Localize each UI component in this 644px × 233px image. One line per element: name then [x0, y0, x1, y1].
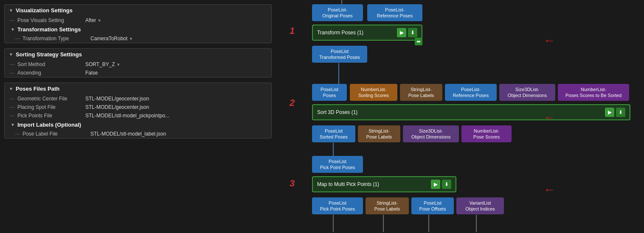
poses-files-header[interactable]: ▼ Poses Files Path	[5, 83, 271, 94]
ascending-row: Ascending False	[5, 69, 271, 77]
numberlist-pose-scores-node[interactable]: NumberList-Pose Scores	[461, 125, 512, 142]
pick-points-label: Pick Points File	[17, 113, 85, 119]
pose-visuals-value[interactable]: After ▼	[85, 17, 101, 23]
poses-files-box: ▼ Poses Files Path Geometric Center File…	[4, 83, 272, 139]
map-down-button[interactable]: ⬇	[442, 180, 451, 189]
transform-play-button[interactable]: ▶	[397, 28, 406, 37]
pose-visuals-dropdown[interactable]: ▼	[97, 18, 101, 23]
node-number-1: 1	[290, 25, 295, 36]
transform-expand-button[interactable]: ⬌	[415, 38, 422, 45]
sort-3d-poses-node[interactable]: Sort 3D Poses (1) ▶ ⬇	[312, 104, 630, 120]
poselist-ref2-node[interactable]: PoseList-Reference Poses	[445, 84, 497, 101]
left-panel: ▼ Visualization Settings Pose Visuals Se…	[0, 0, 276, 233]
stringlist-pl-node[interactable]: StringList-Pose Labels	[366, 197, 409, 214]
transformation-settings-title: Transformation Settings	[17, 26, 81, 33]
poselist-pp-node[interactable]: PoseListPick Point Poses	[312, 197, 363, 214]
collapse-triangle-vis[interactable]: ▼	[9, 8, 13, 13]
poselist-sorted-node[interactable]: PoseListSorted Poses	[312, 125, 355, 142]
visualization-settings-title: Visualization Settings	[16, 7, 73, 14]
visualization-settings-header[interactable]: ▼ Visualization Settings	[5, 5, 271, 16]
sort-method-row: Sort Method SORT_BY_Z ▼	[5, 60, 271, 69]
poselist-reference-node[interactable]: PoseList-Reference Poses	[367, 4, 422, 21]
collapse-triangle-trans[interactable]: ▼	[11, 27, 15, 32]
right-panel: 1 PoseList-Original Poses PoseList-Refer…	[276, 0, 644, 233]
poselist-pickpoint-node[interactable]: PoseListPick Point Poses	[312, 156, 363, 173]
trans-type-dropdown[interactable]: ▼	[129, 36, 133, 41]
pose-visuals-row: Pose Visuals Setting After ▼	[5, 16, 271, 25]
sorting-settings-header[interactable]: ▼ Sorting Strategy Settings	[5, 49, 271, 60]
map-to-multi-pick-label: Map to Multi Pick Points (1)	[317, 181, 379, 187]
pose-label-file-row: Pose Label File STL-MODEL/stl-model_labe…	[5, 130, 271, 138]
placing-spot-row: Placing Spot File STL-MODEL/geocenter.js…	[5, 103, 271, 111]
node-number-2: 2	[290, 97, 295, 108]
pose-label-file-value[interactable]: STL-MODEL/stl-model_label.json	[90, 131, 166, 137]
poselist-offsets-node[interactable]: PoseListPose Offsets	[411, 197, 454, 214]
ascending-label: Ascending	[17, 70, 85, 76]
transform-poses-node[interactable]: Transform Poses (1) ▶ ⬇	[312, 25, 422, 41]
poselist-original-node[interactable]: PoseList-Original Poses	[312, 4, 363, 21]
stringlist-labels-node[interactable]: StringList-Pose Labels	[400, 84, 442, 101]
sort-method-dropdown[interactable]: ▼	[116, 62, 121, 67]
geocenter-label: Geometric Center File	[17, 96, 85, 102]
size3dlist-obj-node[interactable]: Size3DList-Object Dimensions	[403, 125, 459, 142]
node-number-3: 3	[290, 178, 295, 189]
stringlist-labels2-node[interactable]: StringList-Pose Labels	[358, 125, 400, 142]
transformation-type-value[interactable]: CameraToRobot ▼	[90, 36, 133, 42]
size3dlist-dims-node[interactable]: Size3DList-Object Dimensions	[499, 84, 555, 101]
variantlist-idx-node[interactable]: VariantListObject Indices	[456, 197, 504, 214]
transform-poses-label: Transform Poses (1)	[317, 30, 363, 36]
sort-3d-poses-label: Sort 3D Poses (1)	[317, 109, 357, 115]
transformation-type-row: Transformation Type CameraToRobot ▼	[5, 34, 271, 43]
red-arrow-2: ←	[543, 111, 555, 125]
sort-method-label: Sort Method	[17, 61, 85, 67]
pick-points-value[interactable]: STL-MODEL/stl-model_pickpointpo...	[85, 113, 169, 119]
visualization-settings-box: ▼ Visualization Settings Pose Visuals Se…	[4, 4, 272, 43]
geocenter-value[interactable]: STL-MODEL/geocenter.json	[85, 96, 149, 102]
red-arrow-3: ←	[543, 183, 555, 197]
poselist-transformed-node[interactable]: PoseListTransformed Poses	[312, 46, 367, 63]
import-labels-header[interactable]: ▼ Import Labels (Optional)	[5, 120, 271, 130]
poses-files-title: Poses Files Path	[16, 86, 59, 92]
poselist-poses-node[interactable]: PoseListPoses	[312, 84, 347, 101]
collapse-triangle-files[interactable]: ▼	[9, 86, 13, 91]
pose-label-file-label: Pose Label File	[22, 131, 90, 137]
placing-spot-label: Placing Spot File	[17, 104, 85, 110]
collapse-triangle-labels[interactable]: ▼	[11, 122, 15, 127]
numberlist-scores-node[interactable]: NumberList-Poses Scores to Be Sorted	[558, 84, 629, 101]
map-to-multi-pick-node[interactable]: Map to Multi Pick Points (1) ▶ ⬇	[312, 176, 456, 192]
pick-points-row: Pick Points File STL-MODEL/stl-model_pic…	[5, 111, 271, 120]
sorting-settings-title: Sorting Strategy Settings	[16, 51, 82, 58]
transformation-type-label: Transformation Type	[22, 36, 90, 42]
map-play-button[interactable]: ▶	[431, 180, 440, 189]
ascending-value[interactable]: False	[85, 70, 98, 76]
geocenter-row: Geometric Center File STL-MODEL/geocente…	[5, 94, 271, 103]
import-labels-title: Import Labels (Optional)	[17, 122, 81, 128]
sort-method-value[interactable]: SORT_BY_Z ▼	[85, 61, 121, 67]
numberlist-sorting-node[interactable]: NumberList-Sorting Scores	[350, 84, 397, 101]
pose-visuals-label: Pose Visuals Setting	[17, 17, 85, 23]
sorting-settings-box: ▼ Sorting Strategy Settings Sort Method …	[4, 48, 272, 78]
placing-spot-value[interactable]: STL-MODEL/geocenter.json	[85, 104, 149, 110]
transform-down-button[interactable]: ⬇	[408, 28, 417, 37]
transformation-settings-header[interactable]: ▼ Transformation Settings	[5, 25, 271, 34]
red-arrow-1: ←	[543, 34, 555, 47]
sort-play-button[interactable]: ▶	[605, 108, 614, 117]
sort-down-button[interactable]: ⬇	[616, 108, 625, 117]
collapse-triangle-sort[interactable]: ▼	[9, 52, 13, 57]
